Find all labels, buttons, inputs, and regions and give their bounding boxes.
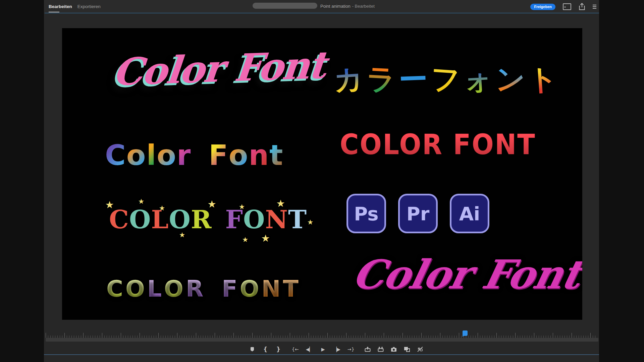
ruler-tick — [299, 336, 300, 338]
ruler-tick — [231, 336, 231, 338]
ruler-tick — [179, 336, 180, 338]
ruler-tick — [550, 336, 551, 338]
ruler-tick — [553, 333, 553, 338]
ruler-tick — [428, 336, 429, 338]
ruler-tick — [264, 336, 264, 338]
ruler-tick — [379, 336, 379, 338]
ruler-tick — [102, 333, 102, 338]
document-title-text: Point animation — [320, 4, 351, 9]
font-sample-rounded-multicolor: Color Font — [105, 139, 313, 172]
ruler-tick — [269, 336, 269, 338]
desktop-background: Bearbeiten Exportieren Point animation- … — [0, 0, 644, 362]
ruler-tick — [518, 336, 518, 338]
app-header: Bearbeiten Exportieren Point animation- … — [44, 0, 599, 13]
ruler-tick — [100, 336, 100, 338]
font-sample-letter: o — [126, 139, 147, 172]
star-icon: ★ — [179, 231, 185, 238]
ruler-tick — [499, 336, 499, 338]
ruler-tick — [212, 336, 213, 338]
go-to-out-button[interactable]: →} — [347, 346, 355, 353]
ruler-tick — [496, 333, 497, 338]
font-sample-letter: T — [288, 205, 307, 234]
ruler-tick — [259, 336, 260, 338]
ruler-tick — [111, 336, 112, 338]
timeline-ruler[interactable] — [46, 331, 598, 338]
go-to-in-button[interactable]: {← — [292, 346, 299, 353]
font-sample-letter: ト — [527, 59, 559, 100]
ruler-tick — [539, 336, 539, 338]
ruler-tick — [325, 336, 325, 338]
global-fx-mute-icon[interactable] — [417, 346, 423, 353]
mark-out-button[interactable]: } — [275, 346, 281, 353]
ruler-tick — [466, 336, 466, 338]
ruler-tick — [71, 336, 72, 338]
timeline-scrollbar[interactable] — [46, 338, 598, 342]
ruler-tick — [363, 336, 363, 338]
ruler-tick — [431, 336, 431, 338]
font-sample-letter: r — [177, 139, 191, 172]
ruler-tick — [356, 336, 356, 338]
ruler-tick — [189, 336, 189, 338]
play-button[interactable]: ▶ — [320, 346, 326, 353]
ruler-tick — [473, 336, 473, 338]
export-frame-camera-icon[interactable] — [391, 346, 397, 353]
ruler-tick — [567, 336, 567, 338]
ruler-tick — [374, 336, 375, 338]
ruler-tick — [468, 336, 469, 338]
extract-button[interactable] — [378, 346, 384, 353]
star-icon: ★ — [308, 219, 313, 226]
ruler-tick — [501, 336, 501, 338]
ruler-tick — [168, 336, 168, 338]
playhead-marker[interactable] — [463, 330, 468, 336]
ruler-tick — [588, 336, 588, 338]
font-sample-starred-serif: COLOR FONT★★★★★★★★★★ — [109, 205, 320, 245]
ruler-tick — [297, 336, 297, 338]
ruler-tick — [313, 336, 314, 338]
ruler-tick — [74, 336, 74, 338]
ruler-tick — [457, 336, 457, 338]
ruler-tick — [57, 336, 58, 338]
ruler-tick — [339, 336, 339, 338]
ruler-tick — [447, 336, 447, 338]
ruler-tick — [438, 336, 438, 338]
ruler-tick — [414, 336, 415, 338]
star-icon: ★ — [243, 236, 248, 243]
hamburger-menu-icon[interactable] — [593, 5, 596, 9]
transport-controls: { } {← ◀▏ ▶ ▕▶ →} — [249, 345, 423, 353]
ruler-tick — [384, 333, 384, 338]
ruler-tick — [104, 336, 105, 338]
export-share-icon[interactable] — [579, 3, 585, 10]
font-sample-letter — [206, 276, 222, 302]
ruler-tick — [280, 336, 281, 338]
workspace-panel-icon[interactable] — [563, 3, 571, 10]
ruler-tick — [55, 336, 55, 338]
ruler-tick — [198, 336, 199, 338]
tab-bearbeiten[interactable]: Bearbeiten — [49, 4, 72, 9]
star-icon: ★ — [159, 204, 165, 212]
share-button[interactable]: Freigeben — [530, 4, 555, 10]
comparison-view-icon[interactable] — [404, 346, 410, 353]
lift-button[interactable] — [365, 346, 371, 353]
ruler-tick — [442, 336, 443, 338]
font-sample-letter: o — [157, 139, 177, 172]
ruler-tick — [53, 336, 53, 338]
program-monitor-canvas[interactable]: Color Font カラーフォント Color Font COLOR FONT… — [62, 28, 582, 320]
ruler-tick — [381, 336, 382, 338]
tab-exportieren[interactable]: Exportieren — [77, 4, 101, 9]
ruler-tick — [142, 336, 142, 338]
step-forward-button[interactable]: ▕▶ — [333, 346, 340, 353]
ruler-tick — [257, 336, 257, 338]
ruler-tick — [513, 336, 513, 338]
add-marker-button[interactable] — [249, 346, 255, 353]
step-back-button[interactable]: ◀▏ — [306, 346, 313, 353]
ruler-tick — [172, 336, 173, 338]
ruler-tick — [323, 336, 323, 338]
mark-in-button[interactable]: { — [262, 346, 268, 353]
ruler-tick — [461, 336, 462, 338]
ruler-tick — [50, 336, 51, 338]
ruler-tick — [534, 333, 534, 338]
ruler-tick — [135, 336, 135, 338]
ruler-tick — [304, 336, 304, 338]
font-sample-letter: ラ — [365, 59, 397, 100]
ruler-tick — [402, 333, 403, 338]
